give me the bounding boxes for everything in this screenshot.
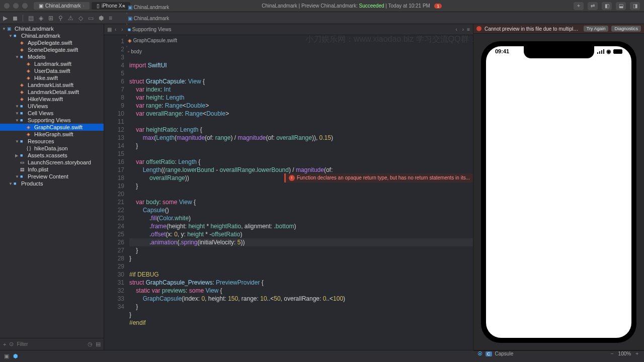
tree-row[interactable]: ◈Hike.swift bbox=[0, 74, 104, 81]
stop-button[interactable]: ◼ bbox=[13, 15, 18, 22]
scheme-selector[interactable]: ▣ ChinaLandmark › bbox=[34, 2, 90, 10]
nav-find-icon[interactable]: ⚲ bbox=[58, 15, 63, 22]
chevron-right-icon: › bbox=[83, 3, 85, 9]
tree-row[interactable]: ◈HikeGraph.swift bbox=[0, 131, 104, 138]
recent-icon[interactable]: ◷ bbox=[88, 341, 93, 347]
tree-row[interactable]: ◈GraphCapsule.swift bbox=[0, 124, 104, 131]
nav-project-icon[interactable]: ▤ bbox=[28, 15, 34, 22]
preview-viewport[interactable]: 09:41 ◉ bbox=[473, 34, 644, 350]
navigator-toolbar: ▶ ◼ ▤ ◈ ⊞ ⚲ ⚠ ◇ ▭ ⬢ ≡ bbox=[0, 12, 644, 24]
device-name: iPhone Xʀ bbox=[102, 3, 125, 9]
battery-icon bbox=[613, 49, 622, 54]
app-icon: ▣ bbox=[39, 3, 43, 9]
tree-row[interactable]: ◈SceneDelegate.swift bbox=[0, 46, 104, 53]
tree-row[interactable]: ◈UserData.swift bbox=[0, 67, 104, 74]
related-items-icon[interactable]: ▦ bbox=[107, 27, 112, 32]
tree-row[interactable]: ▼■ChinaLandmark bbox=[0, 32, 104, 39]
nav-source-icon[interactable]: ◈ bbox=[39, 15, 43, 22]
error-dot-icon bbox=[476, 26, 481, 31]
tree-row[interactable]: ◈Landmark.swift bbox=[0, 60, 104, 67]
error-count-badge[interactable]: 1 bbox=[434, 4, 442, 9]
tree-row[interactable]: ▼▣ChinaLandmark bbox=[0, 25, 104, 32]
nav-issue-icon[interactable]: ⚠ bbox=[68, 15, 73, 22]
phone-status-bar: 09:41 ◉ bbox=[486, 48, 631, 55]
signal-icon bbox=[597, 49, 604, 54]
hide-debug-icon[interactable]: ▣ bbox=[4, 353, 9, 359]
editor-area: ▦ ‹ › ▣ ChinaLandmark›▣ ChinaLandmark›■ … bbox=[104, 24, 473, 350]
tree-row[interactable]: ◈AppDelegate.swift bbox=[0, 39, 104, 46]
editor-options-icon[interactable]: ≡ bbox=[467, 27, 470, 32]
zoom-out-button[interactable]: − bbox=[609, 351, 615, 356]
breakpoint-toggle-icon[interactable]: ⬢ bbox=[13, 353, 18, 359]
tree-row[interactable]: { }hikeData.json bbox=[0, 145, 104, 152]
preview-error-bar: Cannot preview in this file due to multi… bbox=[473, 24, 644, 34]
panel-bottom-button[interactable]: ⬓ bbox=[616, 2, 626, 10]
tree-row[interactable]: ▶■Assets.xcassets bbox=[0, 152, 104, 159]
filter-icon: ⊙ bbox=[9, 341, 14, 347]
phone-screen: 09:41 ◉ bbox=[486, 46, 631, 338]
tree-row[interactable]: ▤Info.plist bbox=[0, 166, 104, 173]
phone-time: 09:41 bbox=[495, 48, 509, 55]
tree-row[interactable]: ◈LandmarkDetail.swift bbox=[0, 88, 104, 96]
device-selector[interactable]: ▯ iPhone Xʀ bbox=[92, 2, 130, 10]
preview-canvas: Cannot preview in this file due to multi… bbox=[473, 24, 644, 350]
tree-row[interactable]: ▭LaunchScreen.storyboard bbox=[0, 159, 104, 166]
jump-bar[interactable]: ▦ ‹ › ▣ ChinaLandmark›▣ ChinaLandmark›■ … bbox=[104, 24, 473, 35]
nav-symbol-icon[interactable]: ⊞ bbox=[48, 15, 53, 22]
capsule-badge-icon: C bbox=[486, 351, 492, 356]
phone-frame: 09:41 ◉ bbox=[481, 41, 636, 343]
inline-error-banner[interactable]: ! Function declares an opaque return typ… bbox=[284, 173, 473, 183]
tree-row[interactable]: ◈LandmarkList.swift bbox=[0, 81, 104, 88]
tree-row[interactable]: ▼■Models bbox=[0, 53, 104, 60]
prev-file-button[interactable]: ‹ bbox=[453, 27, 459, 32]
try-again-button[interactable]: Try Again bbox=[584, 26, 609, 32]
run-button[interactable]: ▶ bbox=[3, 15, 8, 22]
forward-button[interactable]: › bbox=[119, 27, 125, 32]
nav-test-icon[interactable]: ◇ bbox=[78, 15, 83, 22]
code-content[interactable]: ! Function declares an opaque return typ… bbox=[129, 35, 473, 350]
preview-bottom-bar: ⦿ C Capsule − 100% + bbox=[473, 350, 644, 356]
tree-row[interactable]: ▼■Preview Content bbox=[0, 173, 104, 180]
add-icon[interactable]: + bbox=[3, 341, 6, 347]
scm-icon[interactable]: ▤ bbox=[96, 341, 101, 347]
wifi-icon: ◉ bbox=[606, 48, 611, 55]
pin-icon[interactable]: ⦿ bbox=[477, 351, 482, 356]
window-titlebar: ▣ ChinaLandmark › ▯ iPhone Xʀ ChinaLandm… bbox=[0, 0, 644, 12]
panel-right-button[interactable]: ◨ bbox=[630, 2, 640, 10]
project-navigator: ▼▣ChinaLandmark▼■ChinaLandmark◈AppDelega… bbox=[0, 24, 104, 350]
back-button[interactable]: ‹ bbox=[113, 27, 118, 32]
diagnostics-button[interactable]: Diagnostics bbox=[611, 26, 641, 32]
tree-row[interactable]: ▼■Products bbox=[0, 180, 104, 187]
scheme-name: ChinaLandmark bbox=[45, 3, 81, 9]
file-tree[interactable]: ▼▣ChinaLandmark▼■ChinaLandmark◈AppDelega… bbox=[0, 24, 104, 338]
breadcrumb-item[interactable]: ▣ ChinaLandmark bbox=[126, 5, 179, 10]
inline-error-text: Function declares an opaque return type,… bbox=[297, 174, 470, 182]
tree-row[interactable]: ▼■UIViews bbox=[0, 103, 104, 110]
tree-row[interactable]: ▼■Cell Views bbox=[0, 110, 104, 117]
preview-error-text: Cannot preview in this file due to multi… bbox=[485, 26, 581, 32]
filter-input[interactable] bbox=[17, 341, 85, 347]
tree-row[interactable]: ▼■Supporting Views bbox=[0, 117, 104, 124]
next-file-button[interactable]: › bbox=[460, 27, 466, 32]
nav-breakpoint-icon[interactable]: ⬢ bbox=[99, 15, 104, 22]
capsule-label: Capsule bbox=[495, 351, 514, 356]
navigator-filter-bar: + ⊙ ◷ ▤ bbox=[0, 338, 104, 350]
activity-viewer: ChinaLandmark | Preview ChinaLandmark: S… bbox=[130, 3, 574, 9]
error-icon: ! bbox=[289, 175, 295, 181]
library-button[interactable]: ⇄ bbox=[588, 2, 598, 10]
breadcrumb-item[interactable]: ■ Supporting Views bbox=[126, 27, 179, 32]
code-editor[interactable]: 小刀娱乐网：www.xiaodao.biz 学习交流QQ群：595526 123… bbox=[104, 35, 473, 350]
add-button[interactable]: + bbox=[574, 2, 584, 10]
zoom-in-button[interactable]: + bbox=[634, 351, 640, 356]
breadcrumb-item[interactable]: ▣ ChinaLandmark bbox=[126, 16, 179, 21]
nav-report-icon[interactable]: ≡ bbox=[109, 15, 112, 22]
tree-row[interactable]: ◈HikeView.swift bbox=[0, 96, 104, 103]
nav-debug-icon[interactable]: ▭ bbox=[88, 15, 94, 22]
zoom-level: 100% bbox=[618, 351, 631, 356]
line-gutter: 1234567891011121314151617181920212223242… bbox=[104, 35, 129, 350]
panel-left-button[interactable]: ◧ bbox=[602, 2, 612, 10]
traffic-lights[interactable] bbox=[4, 3, 28, 9]
tree-row[interactable]: ▼■Resources bbox=[0, 138, 104, 145]
phone-icon: ▯ bbox=[97, 3, 100, 9]
